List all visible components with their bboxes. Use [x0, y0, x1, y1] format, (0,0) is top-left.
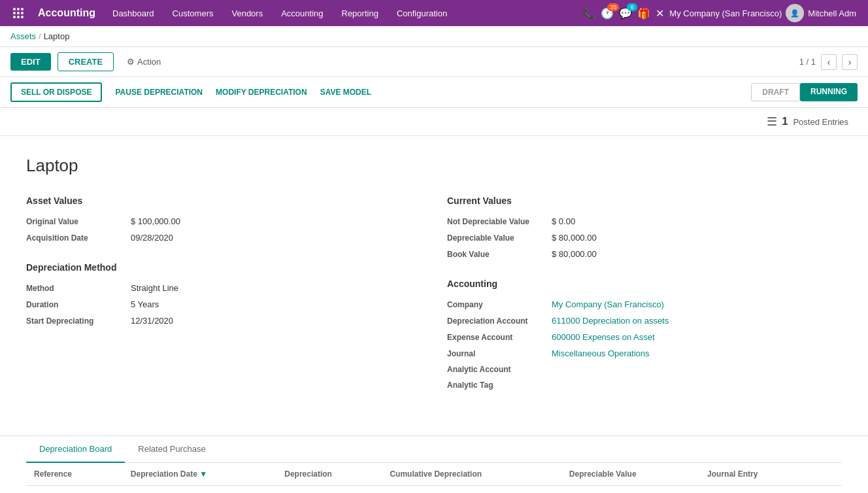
- col-reference: Reference: [26, 463, 123, 486]
- field-original-value: Original Value $ 100,000.00: [26, 216, 421, 226]
- tabs-section: Depreciation Board Related Purchase Refe…: [0, 435, 868, 493]
- table-row[interactable]: Laptop (1/5) 12/31/2020 $ 20,000.00 $ 20…: [26, 486, 842, 494]
- original-value-value: $ 100,000.00: [131, 216, 180, 226]
- form-columns: Asset Values Original Value $ 100,000.00…: [26, 196, 842, 396]
- form-card: Laptop Asset Values Original Value $ 100…: [0, 136, 868, 435]
- depreciation-account-value[interactable]: 611000 Depreciation on assets: [552, 316, 669, 326]
- page-info: 1 / 1: [799, 57, 816, 67]
- breadcrumb-separator: /: [39, 31, 41, 41]
- cell-date-1: 12/31/2020: [123, 486, 276, 494]
- clock-icon[interactable]: 🕐 35: [601, 7, 614, 20]
- sort-arrow: ▼: [199, 469, 207, 479]
- not-depreciable-value: $ 0.00: [552, 216, 575, 226]
- tool-icon[interactable]: ✕: [656, 7, 664, 20]
- col-depreciable-value: Depreciable Value: [561, 463, 699, 486]
- save-model-button[interactable]: SAVE MODEL: [320, 84, 371, 101]
- user-menu[interactable]: My Company (San Francisco) 👤 Mitchell Ad…: [669, 4, 856, 22]
- field-duration: Duration 5 Years: [26, 299, 421, 309]
- field-analytic-account: Analytic Account: [447, 365, 842, 374]
- nav-accounting[interactable]: Accounting: [272, 0, 332, 26]
- nav-customers[interactable]: Customers: [163, 0, 223, 26]
- navbar-brand: Accounting: [30, 7, 103, 19]
- tabs-nav: Depreciation Board Related Purchase: [26, 436, 842, 463]
- phone-icon[interactable]: 📞: [582, 7, 595, 20]
- method-label: Method: [26, 284, 131, 293]
- start-depreciating-value: 12/31/2020: [131, 316, 173, 326]
- edit-button[interactable]: EDIT: [10, 53, 51, 71]
- action-menu[interactable]: ⚙ Action: [127, 57, 161, 67]
- depreciation-table: Reference Depreciation Date ▼ Depreciati…: [26, 463, 842, 493]
- field-depreciable-value: Depreciable Value $ 80,000.00: [447, 233, 842, 243]
- status-running[interactable]: RUNNING: [800, 83, 858, 101]
- col-depreciation: Depreciation: [276, 463, 382, 486]
- gear-icon: ⚙: [127, 57, 135, 67]
- field-book-value: Book Value $ 80,000.00: [447, 249, 842, 259]
- analytic-tag-label: Analytic Tag: [447, 381, 552, 390]
- nav-vendors[interactable]: Vendors: [222, 0, 272, 26]
- pagination: 1 / 1 ‹ ›: [799, 54, 858, 70]
- field-company: Company My Company (San Francisco): [447, 299, 842, 309]
- field-journal: Journal Miscellaneous Operations: [447, 348, 842, 358]
- field-method: Method Straight Line: [26, 283, 421, 293]
- field-not-depreciable: Not Depreciable Value $ 0.00: [447, 216, 842, 226]
- tab-related-purchase[interactable]: Related Purchase: [125, 436, 218, 463]
- nav-reporting[interactable]: Reporting: [333, 0, 388, 26]
- action-bar: EDIT CREATE ⚙ Action 1 / 1 ‹ ›: [0, 47, 868, 77]
- breadcrumb-current: Laptop: [44, 31, 70, 41]
- posted-entries-count: 1: [782, 116, 788, 128]
- acquisition-date-value: 09/28/2020: [131, 233, 173, 243]
- action-label: Action: [137, 57, 161, 67]
- col-journal-entry: Journal Entry: [699, 463, 842, 486]
- breadcrumb: Assets / Laptop: [0, 26, 868, 47]
- duration-label: Duration: [26, 300, 131, 309]
- method-value: Straight Line: [131, 283, 178, 293]
- navbar-menu: Dashboard Customers Vendors Accounting R…: [103, 0, 582, 26]
- modify-depreciation-button[interactable]: MODIFY DEPRECIATION: [216, 84, 307, 101]
- tab-depreciation-board[interactable]: Depreciation Board: [26, 436, 125, 463]
- cell-reference-1: Laptop (1/5): [26, 486, 123, 494]
- analytic-account-label: Analytic Account: [447, 365, 552, 374]
- posted-entries-bar: ☰ 1 Posted Entries: [0, 108, 868, 136]
- secondary-toolbar: SELL OR DISPOSE PAUSE DEPRECIATION MODIF…: [0, 77, 868, 108]
- hamburger-icon: ☰: [767, 114, 777, 129]
- company-value[interactable]: My Company (San Francisco): [552, 299, 664, 309]
- acquisition-date-label: Acquisition Date: [26, 233, 131, 243]
- company-name: My Company (San Francisco): [669, 8, 782, 18]
- field-analytic-tag: Analytic Tag: [447, 381, 842, 390]
- chat-icon[interactable]: 💬 6: [619, 7, 632, 20]
- chat-badge: 6: [627, 3, 637, 11]
- accounting-title: Accounting: [447, 279, 842, 289]
- table-header-row: Reference Depreciation Date ▼ Depreciati…: [26, 463, 842, 486]
- gift-icon[interactable]: 🎁: [637, 7, 650, 20]
- clock-badge: 35: [607, 3, 619, 11]
- apps-icon[interactable]: [7, 0, 30, 26]
- cell-journal-1[interactable]: MISC/2020/12/0001: [699, 486, 842, 494]
- journal-label: Journal: [447, 349, 552, 358]
- avatar: 👤: [786, 4, 804, 22]
- field-expense-account: Expense Account 600000 Expenses on Asset: [447, 332, 842, 342]
- book-value-value: $ 80,000.00: [552, 249, 597, 259]
- nav-dashboard[interactable]: Dashboard: [103, 0, 163, 26]
- expense-account-label: Expense Account: [447, 333, 552, 342]
- col-depreciation-date[interactable]: Depreciation Date ▼: [123, 463, 276, 486]
- start-depreciating-label: Start Depreciating: [26, 316, 131, 326]
- nav-configuration[interactable]: Configuration: [388, 0, 456, 26]
- pause-depreciation-button[interactable]: PAUSE DEPRECIATION: [115, 84, 203, 101]
- book-value-label: Book Value: [447, 250, 552, 259]
- next-button[interactable]: ›: [842, 54, 858, 70]
- posted-entries-link[interactable]: ☰ 1 Posted Entries: [767, 114, 848, 129]
- col-cumulative: Cumulative Depreciation: [382, 463, 561, 486]
- original-value-label: Original Value: [26, 217, 131, 226]
- depreciable-value-label: Depreciable Value: [447, 233, 552, 243]
- status-draft[interactable]: DRAFT: [751, 83, 800, 101]
- user-name: Mitchell Adm: [808, 8, 856, 18]
- expense-account-value[interactable]: 600000 Expenses on Asset: [552, 332, 655, 342]
- sell-dispose-button[interactable]: SELL OR DISPOSE: [10, 82, 102, 102]
- current-values-title: Current Values: [447, 196, 842, 206]
- breadcrumb-parent[interactable]: Assets: [10, 31, 36, 41]
- journal-value[interactable]: Miscellaneous Operations: [552, 348, 650, 358]
- prev-button[interactable]: ‹: [821, 54, 837, 70]
- field-depreciation-account: Depreciation Account 611000 Depreciation…: [447, 316, 842, 326]
- create-button[interactable]: CREATE: [58, 52, 114, 71]
- depreciation-method-title: Depreciation Method: [26, 262, 421, 273]
